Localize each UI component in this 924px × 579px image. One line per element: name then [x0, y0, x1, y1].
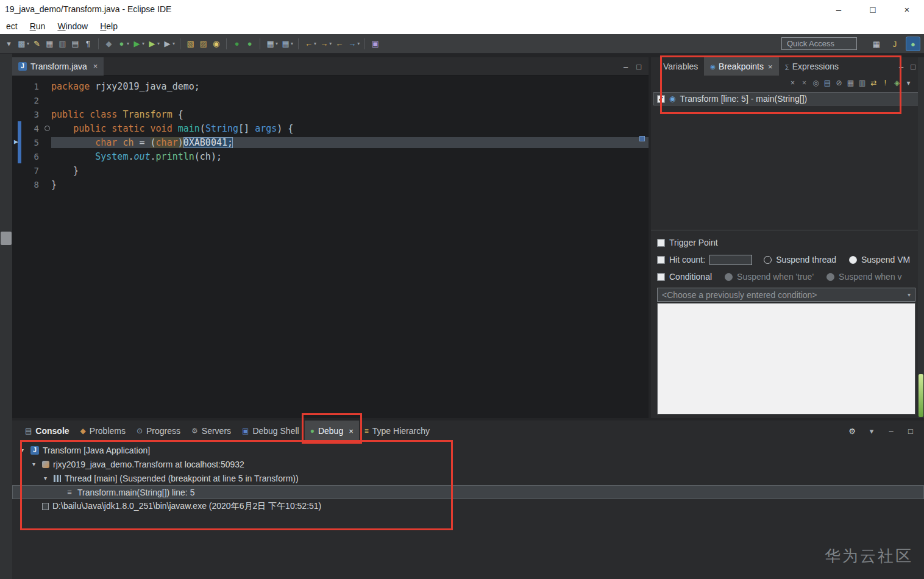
fold-area[interactable] [43, 126, 51, 131]
conditional-checkbox[interactable] [657, 273, 665, 281]
last-edit-location-icon[interactable]: ← [333, 37, 346, 51]
new-package-icon[interactable]: ▨ [197, 37, 210, 51]
forward-icon-dropdown[interactable]: ▾ [357, 41, 360, 46]
menu-ect[interactable]: ect [0, 21, 24, 31]
remove-breakpoint-icon[interactable]: × [787, 77, 798, 89]
hit-count-checkbox[interactable] [657, 256, 665, 264]
collapse-all-icon[interactable]: ▥ [856, 77, 868, 89]
remove-all-breakpoints-icon[interactable]: × [798, 77, 810, 89]
expand-all-icon[interactable]: ▦ [845, 77, 856, 89]
tab-debug-shell[interactable]: ▣Debug Shell [236, 421, 305, 441]
breakpoint-list-item[interactable]: ◉ Transform [line: 5] - main(String[]) [653, 92, 922, 105]
suspend-when-true-radio[interactable] [725, 273, 733, 281]
suspend-when-value-radio[interactable] [826, 273, 834, 281]
close-icon[interactable]: × [768, 62, 773, 71]
tab-problems[interactable]: ◆Problems [75, 421, 131, 441]
tab-expressions[interactable]: ∑Expressions [779, 57, 845, 76]
tree-row[interactable]: ≡Transform.main(String[]) line: 5 [12, 485, 924, 499]
save-icon[interactable]: ▦ [43, 37, 56, 51]
next-annotation-icon-dropdown[interactable]: ▾ [329, 41, 332, 46]
collapse-arrow-icon[interactable]: ▾ [21, 447, 30, 453]
code-editor[interactable]: 1package rjxy2019_java_demo;23public cla… [12, 76, 649, 418]
grid-view-icon[interactable]: ▦ [279, 37, 292, 51]
right-panel-scrollbar[interactable] [918, 57, 924, 418]
terminal-icon[interactable]: ● [230, 37, 243, 51]
tab-variables[interactable]: Variables [657, 57, 704, 76]
forward-icon[interactable]: → [346, 37, 358, 51]
minimize-view-icon[interactable]: – [624, 62, 628, 71]
external-tools-icon-dropdown[interactable]: ▾ [172, 41, 175, 46]
window-minimize-icon[interactable]: – [822, 0, 856, 18]
tab-console[interactable]: ▤Console [20, 421, 75, 441]
grid-view-icon-dropdown[interactable]: ▾ [291, 41, 293, 46]
new-wizard-icon-dropdown[interactable]: ▾ [27, 41, 29, 46]
menu-help[interactable]: Help [94, 21, 124, 31]
coverage-icon-dropdown[interactable]: ▾ [157, 41, 160, 46]
code-text[interactable]: } [51, 165, 649, 176]
maximize-view-icon[interactable]: □ [636, 62, 641, 71]
code-text[interactable]: char ch = (char)0XAB0041; [51, 137, 649, 148]
go-to-file-icon[interactable]: ▤ [822, 77, 833, 89]
code-text[interactable]: public class Transform { [51, 109, 649, 120]
new-wizard-icon[interactable]: ▩ [15, 37, 28, 51]
debug-icon-dropdown[interactable]: ▾ [127, 41, 129, 46]
menu-window[interactable]: Window [51, 21, 94, 31]
collapse-arrow-icon[interactable]: ▾ [44, 475, 54, 481]
minimize-view-icon[interactable]: – [885, 425, 897, 437]
overflow-chevron-icon[interactable]: ▾ [2, 37, 15, 51]
tab-breakpoints[interactable]: ◉Breakpoints× [704, 57, 778, 76]
view-menu-icon[interactable]: ▾ [903, 77, 914, 89]
debug-perspective-icon[interactable]: ● [906, 37, 920, 51]
breakpoint-enabled-checkbox[interactable] [657, 95, 665, 103]
window-maximize-icon[interactable]: □ [856, 0, 890, 18]
fold-marker-icon[interactable] [44, 126, 50, 131]
external-tools-icon[interactable]: ▶ [161, 37, 174, 51]
remote-connection-icon[interactable]: ● [243, 37, 256, 51]
debug-toolbar-icon[interactable]: ⚙ [846, 425, 858, 437]
maximize-view-icon[interactable]: □ [904, 425, 917, 437]
tab-servers[interactable]: ⚙Servers [186, 421, 236, 441]
window-close-icon[interactable]: × [890, 0, 924, 18]
table-view-icon[interactable]: ▦ [264, 37, 277, 51]
run-icon-dropdown[interactable]: ▾ [142, 41, 144, 46]
code-text[interactable]: System.out.println(ch); [51, 151, 649, 162]
search-icon[interactable]: ◉ [210, 37, 222, 51]
pen-icon[interactable]: ✎ [30, 37, 43, 51]
breakpoint-properties-icon[interactable]: ! [880, 77, 891, 89]
show-supported-breakpoints-icon[interactable]: ◎ [810, 77, 822, 89]
tab-transform-java[interactable]: J Transform.java × [12, 57, 104, 76]
suspend-vm-radio[interactable] [849, 256, 857, 264]
code-text[interactable]: } [51, 179, 649, 190]
restore-view-button[interactable] [1, 232, 12, 245]
maximize-view-icon[interactable]: □ [911, 62, 915, 71]
close-icon[interactable]: × [93, 62, 98, 71]
code-text[interactable]: package rjxy2019_java_demo; [51, 81, 649, 92]
debug-icon[interactable]: ● [115, 37, 128, 51]
overview-ruler-breakpoint-mark[interactable] [639, 136, 645, 141]
show-whitespace-icon[interactable]: ¶ [82, 37, 94, 51]
collapse-arrow-icon[interactable]: ▾ [32, 461, 42, 467]
tab-type-hierarchy[interactable]: ≡Type Hierarchy [359, 421, 435, 441]
tree-row[interactable]: ▾Thread [main] (Suspended (breakpoint at… [12, 471, 924, 485]
screenshot-icon[interactable]: ▣ [369, 37, 382, 51]
suspend-thread-radio[interactable] [764, 256, 772, 264]
skip-all-breakpoints-icon[interactable]: ◆ [102, 37, 115, 51]
quick-access-box[interactable]: Quick Access [781, 37, 857, 50]
condition-combo[interactable]: <Choose a previously entered condition> … [657, 288, 915, 302]
view-menu-icon[interactable]: ▾ [865, 425, 878, 437]
minimize-view-icon[interactable]: – [899, 62, 903, 71]
code-text[interactable]: public static void main(String[] args) { [51, 123, 649, 134]
trigger-point-checkbox[interactable] [657, 239, 665, 247]
tree-row[interactable]: D:\bailu\Java\jdk1.8.0_251\bin\javaw.exe… [12, 499, 924, 513]
java-perspective-icon[interactable]: J [887, 37, 902, 51]
tree-row[interactable]: ▾JTransform [Java Application] [12, 443, 924, 457]
coverage-icon[interactable]: ▶ [146, 37, 158, 51]
add-breakpoint-icon[interactable]: ◈ [891, 77, 903, 89]
menu-run[interactable]: Run [24, 21, 52, 31]
condition-editor[interactable] [657, 303, 915, 414]
previous-annotation-icon[interactable]: ← [302, 37, 315, 51]
table-view-icon-dropdown[interactable]: ▾ [275, 41, 278, 46]
previous-annotation-icon-dropdown[interactable]: ▾ [314, 41, 316, 46]
open-type-icon[interactable]: ▧ [184, 37, 197, 51]
scrollbar-thumb[interactable] [919, 374, 923, 417]
